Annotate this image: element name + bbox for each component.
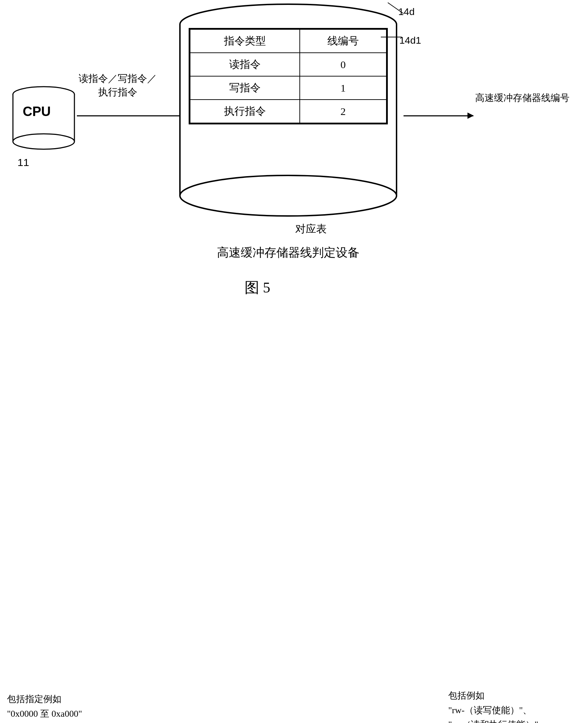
left-ann-line1: 包括指定例如 (7, 694, 61, 704)
svg-point-9 (180, 175, 397, 216)
col-header-type: 指令类型 (190, 29, 300, 53)
device-label: 高速缓冲存储器线判定设备 (171, 245, 405, 261)
label-14d1: 14d1 (399, 35, 421, 46)
cpu-to-table-arrow (77, 115, 189, 116)
right-ann-line3: "r-e（读和执行使能）" (448, 720, 538, 723)
col-header-line: 线编号 (300, 29, 386, 53)
row-type: 读指令 (190, 53, 300, 76)
right-annotation: 包括例如 "rw-（读写使能）"、 "r-e（读和执行使能）" 等的访问许可信息… (448, 688, 581, 723)
svg-point-4 (13, 134, 74, 149)
table-row: 写指令 1 (190, 76, 386, 100)
right-arrow (404, 115, 473, 116)
right-ann-line1: 包括例如 (448, 691, 485, 701)
figure6: 包括指定例如 "0x0000 至 0xa000" 等的地址范围 的信息 包括例如… (0, 685, 588, 723)
arrow-text-line1: 读指令／写指令／ (79, 73, 157, 84)
figure5: CPU 11 读指令／写指令／ 执行指令 指令类型 线编号 (0, 0, 588, 342)
row-type: 写指令 (190, 76, 300, 100)
left-annotation: 包括指定例如 "0x0000 至 0xa000" 等的地址范围 的信息 (7, 692, 119, 723)
inner-table: 指令类型 线编号 读指令 0 写指令 1 执行指令 2 (189, 28, 388, 124)
table-row: 读指令 0 (190, 53, 386, 76)
right-label-text: 高速缓冲存储器线编号 (475, 93, 569, 103)
cpu-label: CPU (23, 104, 51, 119)
row-line: 1 (300, 76, 386, 100)
cpu-id: 11 (17, 157, 29, 168)
table-row: 执行指令 2 (190, 100, 386, 123)
right-label: 高速缓冲存储器线编号 (475, 91, 569, 105)
row-line: 0 (300, 53, 386, 76)
left-ann-line2: "0x0000 至 0xa000" (7, 709, 82, 719)
table-caption: 对应表 (245, 222, 377, 236)
right-ann-line2: "rw-（读写使能）"、 (448, 705, 532, 715)
row-type: 执行指令 (190, 100, 300, 123)
label-14d1-line (381, 37, 402, 37)
fig5-title-text: 图 5 (245, 280, 270, 296)
row-line: 2 (300, 100, 386, 123)
arrow-label: 读指令／写指令／ 执行指令 (79, 72, 157, 99)
arrow-text-line2: 执行指令 (98, 87, 137, 97)
fig5-title: 图 5 (245, 278, 270, 297)
